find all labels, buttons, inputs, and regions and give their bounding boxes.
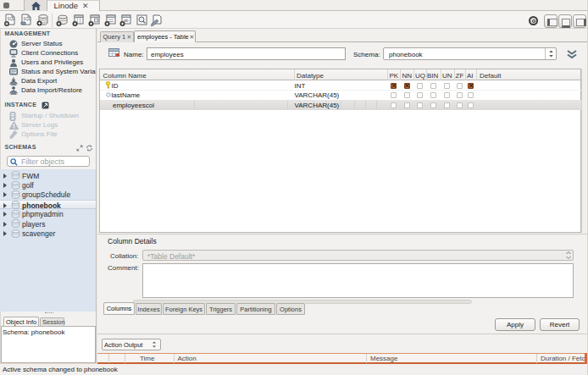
svg-text:SQL: SQL: [8, 17, 16, 21]
svg-text:ab: ab: [124, 18, 129, 23]
svg-text:SQL: SQL: [24, 17, 32, 21]
